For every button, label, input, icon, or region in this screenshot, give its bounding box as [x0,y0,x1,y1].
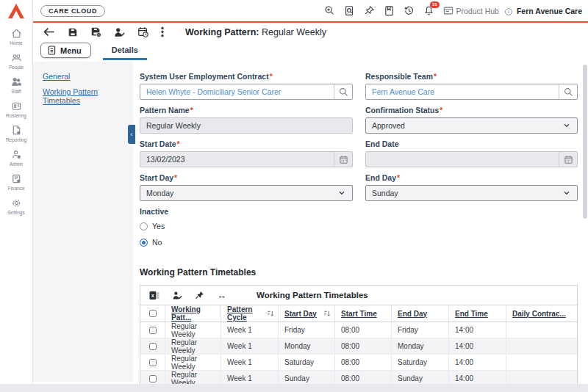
start-day-select[interactable]: Monday [140,185,353,201]
subnav-link-general[interactable]: General [43,72,133,81]
end-date-input[interactable] [366,152,559,167]
start-date-calendar-button[interactable] [334,152,352,167]
cell-end-time: 14:00 [449,322,506,338]
row-checkbox[interactable] [149,359,157,366]
column-header-daily-contracted[interactable]: Daily Contrac... [506,305,577,322]
row-checkbox[interactable] [149,343,157,350]
export-excel-button[interactable]: x [149,291,159,300]
inactive-option-yes[interactable]: Yes [140,220,578,232]
finance-icon [11,173,22,184]
cell-end-day: Friday [392,322,449,338]
responsible-team-lookup-button[interactable] [559,84,577,99]
section-subnav: General Working Pattern Timetables [33,62,133,382]
sidebar-item-finance[interactable]: Finance [0,173,32,191]
required-marker: * [434,72,437,81]
row-checkbox[interactable] [149,327,157,334]
start-date-field [140,151,353,167]
sidebar-item-home[interactable]: Home [0,28,32,46]
sort-icon [323,310,331,317]
more-actions-button[interactable] [161,26,164,37]
cell-working-pattern: Regular Weekly [165,322,221,338]
table-row[interactable]: Regular Weekly Week 1 Saturday 08:00 Sat… [140,355,577,371]
required-marker: * [270,72,273,81]
timetables-grid: x ↔ Working Pattern Timetables Working P… [140,285,578,391]
search-zoom-button[interactable] [324,5,335,16]
sidebar-item-reporting[interactable]: Reporting [0,125,32,142]
subnav-link-working-pattern-timetables[interactable]: Working Pattern Timetables [43,87,133,105]
rostering-icon [11,101,22,112]
confirmation-status-select[interactable]: Approved [365,117,578,134]
column-header-pattern-cycle[interactable]: Pattern Cycle [221,305,279,322]
document-search-button[interactable] [344,5,355,16]
cell-daily-contracted [506,355,577,370]
notifications-button[interactable]: 15 [423,5,434,16]
pattern-name-input[interactable] [140,118,352,133]
sidebar-item-admin[interactable]: Admin [0,149,32,167]
column-header-end-day[interactable]: End Day [392,305,449,322]
schedule-button[interactable] [137,26,148,37]
back-button[interactable] [43,26,55,37]
main-sidebar: Home People Staff Rostering Reporting Ad… [0,0,33,392]
info-badge-icon: i [505,8,512,15]
sidebar-item-rostering[interactable]: Rostering [0,101,32,118]
pin-button[interactable] [364,5,375,16]
resize-columns-button[interactable]: ↔ [217,291,226,300]
clipboard-button[interactable] [384,5,395,16]
product-hub-icon [443,6,453,15]
start-day-value: Monday [146,189,173,197]
field-label: System User Employment Contract* [140,72,353,81]
assign-rows-button[interactable] [172,291,182,300]
inactive-radio-group: Yes No [140,220,578,248]
row-checkbox[interactable] [149,375,157,382]
excel-icon: x [149,291,159,300]
column-header-working-pattern[interactable]: Working Patt... [165,305,221,322]
table-row[interactable]: Regular Weekly Week 1 Monday 08:00 Monda… [140,338,577,355]
staff-icon [11,76,22,87]
save-and-close-button[interactable] [90,26,101,37]
settings-icon [11,197,22,208]
page-horizontal-scrollbar[interactable] [0,384,588,392]
start-date-input[interactable] [140,152,334,167]
system-user-contract-input[interactable] [140,84,334,99]
field-label: End Date [365,139,578,148]
required-marker: * [174,173,177,182]
account-name[interactable]: Fern Avenue Care [517,7,582,15]
cell-start-day: Saturday [279,355,335,370]
subnav-collapse-handle[interactable]: ‹ [128,125,135,144]
row-select-cell [140,355,165,370]
sidebar-item-settings[interactable]: Settings [0,197,32,215]
inactive-option-no[interactable]: No [140,236,578,248]
end-day-select[interactable]: Sunday [365,185,578,201]
save-close-icon [90,26,101,37]
person-check-icon [172,291,182,300]
history-button[interactable] [404,5,415,16]
assign-user-button[interactable] [114,27,125,37]
sidebar-item-people[interactable]: People [0,52,32,70]
field-label: Start Day* [140,173,353,182]
app-logo[interactable] [0,0,32,22]
menu-button[interactable]: Menu [40,43,91,58]
sidebar-item-label: Admin [10,161,23,167]
sidebar-item-staff[interactable]: Staff [0,76,32,94]
tab-details[interactable]: Details [103,41,147,60]
search-plus-icon [324,5,335,16]
cell-pattern-cycle: Week 1 [221,355,279,370]
save-button[interactable] [68,27,78,37]
vertical-scrollbar[interactable] [583,65,587,219]
responsible-team-input[interactable] [366,84,559,99]
end-date-calendar-button[interactable] [559,152,577,167]
product-hub-link[interactable]: Product Hub [443,6,499,15]
app-window: Home People Staff Rostering Reporting Ad… [0,0,588,392]
sidebar-item-label: Home [10,40,22,46]
sidebar-item-label: Settings [7,210,25,215]
table-row[interactable]: Regular Weekly Week 1 Friday 08:00 Frida… [140,322,577,338]
responsible-team-field [365,84,578,100]
pin-view-button[interactable] [195,291,204,300]
select-all-checkbox[interactable] [149,310,157,317]
column-header-start-time[interactable]: Start Time [335,305,392,322]
pin-icon [364,5,375,16]
column-header-end-time[interactable]: End Time [449,305,506,322]
cell-daily-contracted [506,338,577,354]
system-user-contract-lookup-button[interactable] [334,84,352,99]
column-header-start-day[interactable]: Start Day [279,305,335,322]
